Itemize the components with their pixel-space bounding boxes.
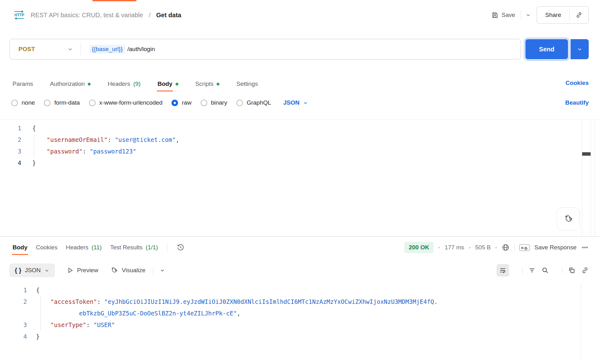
visualize-button[interactable]: Visualize <box>110 266 145 274</box>
postbot-button[interactable] <box>557 207 580 231</box>
wrap-text-button[interactable] <box>497 264 509 277</box>
url-box: POST {{base_url}} /auth/login <box>9 39 521 60</box>
response-tab-cookies[interactable]: Cookies <box>36 244 58 251</box>
tab-authorization[interactable]: Authorization <box>50 81 91 87</box>
editor-scrollbar-track <box>582 120 582 236</box>
postman-request-page: HTTP REST API basics: CRUD, test & varia… <box>0 0 600 364</box>
response-time[interactable]: 177 ms <box>445 244 464 251</box>
green-dot-indicator <box>176 83 178 86</box>
code-line[interactable]: 1{ <box>0 284 600 296</box>
dot-separator <box>495 247 497 248</box>
tab-headers[interactable]: Headers (9) <box>108 81 140 87</box>
radio-button[interactable] <box>236 100 243 106</box>
network-info-button[interactable] <box>502 243 510 252</box>
save-options-button[interactable] <box>525 12 531 18</box>
breadcrumb-collection[interactable]: REST API basics: CRUD, test & variable <box>31 12 143 19</box>
breadcrumb-request-name[interactable]: Get data <box>156 12 181 19</box>
copy-link-button[interactable] <box>570 7 588 23</box>
body-mode-binary[interactable]: binary <box>201 99 227 106</box>
send-options-button[interactable] <box>571 39 589 59</box>
view-options-button[interactable] <box>160 268 165 273</box>
line-number: 4 <box>0 331 27 342</box>
divider <box>153 266 153 274</box>
svg-text:HTTP: HTTP <box>14 13 24 17</box>
code-line[interactable]: 1{ <box>0 122 600 134</box>
code-text: "usernameOrEmail": "user@ticket.com", <box>32 134 179 146</box>
line-number <box>0 308 27 319</box>
method-selector[interactable]: POST <box>10 46 81 53</box>
line-number: 3 <box>0 146 21 157</box>
body-mode-graphql[interactable]: GraphQL <box>236 99 271 106</box>
request-body-editor[interactable]: 1{2 "usernameOrEmail": "user@ticket.com"… <box>0 119 600 236</box>
response-tab-headers[interactable]: Headers (11) <box>66 244 102 251</box>
code-text: } <box>32 157 36 169</box>
option-label: GraphQL <box>247 99 271 106</box>
code-line[interactable]: ebTkzbG_UbP3Z5uC-DoOeSlBZ2n-yt4eZILJhrPk… <box>0 308 600 319</box>
editor-scrollbar-thumb[interactable] <box>582 152 591 156</box>
share-button[interactable]: Share <box>537 7 569 23</box>
code-line[interactable]: 2 "accessToken": "eyJhbGciOiJIUzI1NiJ9.e… <box>0 296 600 308</box>
headers-count: (11) <box>92 244 102 251</box>
filter-button[interactable] <box>528 267 536 274</box>
body-mode-form-data[interactable]: form-data <box>44 99 80 106</box>
line-number: 3 <box>0 319 27 331</box>
send-button[interactable]: Send <box>525 39 568 59</box>
code-text: { <box>32 122 36 134</box>
more-options-icon[interactable] <box>581 244 589 251</box>
radio-button[interactable] <box>89 100 96 106</box>
response-meta: 200 OK 177 ms 505 B e.g. Save Response <box>404 241 589 254</box>
response-tab-test-results[interactable]: Test Results (1/1) <box>110 244 158 251</box>
response-body-editor[interactable]: 1{2 "accessToken": "eyJhbGciOiJIUzI1NiJ9… <box>0 283 600 342</box>
response-tab-body[interactable]: Body <box>13 244 28 251</box>
body-mode-urlencoded[interactable]: x-www-form-urlencoded <box>89 99 163 106</box>
tab-label: Test Results <box>110 244 142 251</box>
response-format-selector[interactable]: { } JSON <box>9 263 55 277</box>
tab-body[interactable]: Body <box>157 81 178 87</box>
body-mode-raw[interactable]: raw <box>171 99 192 106</box>
tab-params[interactable]: Params <box>13 81 33 87</box>
link-button[interactable] <box>581 267 589 274</box>
cookies-link[interactable]: Cookies <box>566 80 589 86</box>
link-icon <box>576 12 582 18</box>
response-history-button[interactable] <box>176 243 185 252</box>
tab-settings[interactable]: Settings <box>236 81 258 87</box>
divider <box>521 10 521 20</box>
response-size[interactable]: 505 B <box>475 244 491 251</box>
body-mode-none[interactable]: none <box>11 99 35 106</box>
radio-button[interactable] <box>11 100 18 106</box>
send-label: Send <box>539 46 555 53</box>
chevron-down-icon <box>525 12 531 18</box>
chevron-down-icon <box>577 46 582 52</box>
raw-language-selector[interactable]: JSON <box>283 99 308 106</box>
share-label: Share <box>545 12 561 18</box>
preview-button[interactable]: Preview <box>67 267 98 274</box>
language-label: JSON <box>283 99 300 106</box>
response-scrollbar-track[interactable] <box>581 284 581 360</box>
save-response-button[interactable]: Save Response <box>534 244 576 251</box>
code-line[interactable]: 4} <box>0 331 600 342</box>
response-toolbar-right <box>497 264 589 277</box>
search-button[interactable] <box>541 267 549 274</box>
code-line[interactable]: 2 "usernameOrEmail": "user@ticket.com", <box>0 134 600 146</box>
url-input[interactable]: {{base_url}} /auth/login <box>81 45 155 54</box>
copy-button[interactable] <box>568 267 576 274</box>
headers-count: (9) <box>133 81 140 87</box>
radio-button-checked[interactable] <box>171 100 178 106</box>
indent-guide <box>34 146 34 157</box>
divider <box>167 243 167 252</box>
radio-button[interactable] <box>44 100 50 106</box>
radio-button[interactable] <box>201 100 207 106</box>
request-url-row: POST {{base_url}} /auth/login Send <box>9 39 589 60</box>
beautify-link[interactable]: Beautify <box>565 99 589 106</box>
code-line[interactable]: 3 "password": "password123" <box>0 146 600 157</box>
preview-play-icon <box>67 267 74 274</box>
code-line[interactable]: 3 "userType": "USER" <box>0 319 600 331</box>
tab-label: Params <box>13 81 33 87</box>
code-line[interactable]: 4} <box>0 157 600 169</box>
tab-scripts[interactable]: Scripts <box>195 81 219 87</box>
divider <box>562 267 562 274</box>
wrap-text-icon <box>499 267 507 274</box>
status-badge[interactable]: 200 OK <box>404 242 434 253</box>
save-button[interactable]: Save <box>491 12 515 19</box>
url-variable-chip[interactable]: {{base_url}} <box>89 45 125 54</box>
